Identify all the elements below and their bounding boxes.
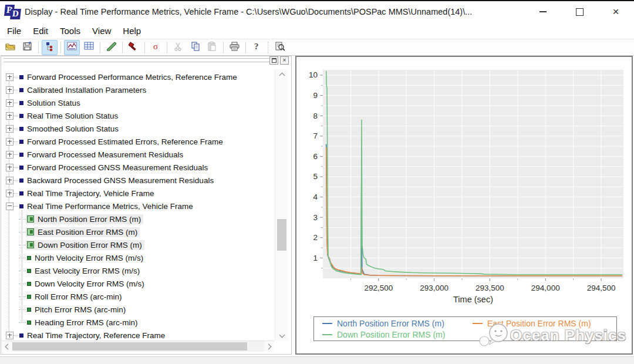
tree-view-button[interactable]	[42, 40, 58, 55]
x-axis-label: Time (sec)	[453, 295, 493, 304]
tree-item-east-position-error-rms-m[interactable]: East Position Error RMS (m)	[1, 225, 274, 238]
title-bar: PD Display - Real Time Performance Metri…	[0, 1, 634, 22]
group-bullet-icon	[19, 333, 23, 338]
vertical-scroll-thumb[interactable]	[277, 219, 286, 251]
pane-float-button[interactable]	[269, 56, 278, 65]
metrics-tree: Forward Processed Performance Metrics, R…	[1, 69, 274, 342]
tree-item-roll-error-rms-arc-min[interactable]: Roll Error RMS (arc-min)	[1, 290, 274, 303]
scroll-down-button[interactable]	[275, 331, 288, 341]
tree-item-real-time-solution-status[interactable]: Real Time Solution Status	[1, 109, 274, 122]
expand-plus-icon[interactable]	[6, 112, 14, 120]
tree-item-heading-error-rms-arc-min[interactable]: Heading Error RMS (arc-min)	[1, 316, 274, 329]
tree-item-forward-processed-estimated-errors-reference-frame[interactable]: Forward Processed Estimated Errors, Refe…	[1, 135, 274, 148]
y-tick-label: 8	[313, 112, 318, 120]
print-button[interactable]	[227, 40, 242, 55]
tree-connector	[14, 193, 18, 194]
tree-item-down-velocity-error-rms-m-s[interactable]: Down Velocity Error RMS (m/s)	[1, 277, 274, 290]
tree-item-smoothed-solution-status[interactable]: Smoothed Solution Status	[1, 122, 274, 135]
pane-drag-handle[interactable]	[4, 58, 272, 62]
legend-label: Down Position Error RMS (m)	[337, 330, 445, 339]
close-button[interactable]: ×	[598, 1, 634, 22]
tree-item-label: Real Time Performance Metrics, Vehicle F…	[27, 202, 193, 211]
tree-item-pitch-error-rms-arc-min[interactable]: Pitch Error RMS (arc-min)	[1, 303, 274, 316]
tree-item-down-position-error-rms-m[interactable]: Down Position Error RMS (m)	[1, 238, 274, 251]
main-area: × Forward Processed Performance Metrics,…	[0, 56, 634, 356]
toolbar-separator	[122, 42, 123, 53]
tree-item-real-time-performance-metrics-vehicle-frame[interactable]: Real Time Performance Metrics, Vehicle F…	[1, 200, 274, 213]
expand-plus-icon[interactable]	[6, 99, 14, 107]
highlight-button[interactable]	[126, 40, 141, 55]
menu-edit[interactable]: Edit	[27, 25, 54, 37]
expand-plus-icon[interactable]	[6, 125, 14, 133]
preview-icon	[275, 42, 285, 53]
tree-connector	[19, 322, 26, 323]
sigma-button[interactable]: σ	[148, 40, 164, 55]
toolbar: σ?	[0, 39, 634, 56]
tree-connector	[19, 284, 26, 284]
plot-background[interactable]	[323, 70, 623, 278]
open-button[interactable]	[2, 40, 18, 55]
expand-plus-icon[interactable]	[6, 190, 14, 197]
menu-help[interactable]: Help	[117, 25, 147, 37]
copy-button[interactable]	[187, 40, 203, 55]
tree-item-north-velocity-error-rms-m-s[interactable]: North Velocity Error RMS (m/s)	[1, 251, 274, 264]
time-series-plot[interactable]: 12345678910292,500293,000293,500294,0002…	[296, 57, 632, 353]
tree-connector	[14, 167, 18, 168]
maximize-button[interactable]	[561, 1, 598, 22]
y-tick-label: 6	[313, 152, 318, 161]
expand-plus-icon[interactable]	[6, 138, 14, 146]
tree-item-north-position-error-rms-m[interactable]: North Position Error RMS (m)	[1, 213, 274, 225]
save-button[interactable]	[19, 40, 35, 55]
scroll-right-button[interactable]	[264, 341, 274, 352]
help-button[interactable]: ?	[249, 40, 265, 55]
paste-button[interactable]	[204, 40, 220, 55]
menu-file[interactable]: File	[1, 25, 27, 37]
horizontal-scroll-thumb[interactable]	[12, 342, 247, 350]
tree-item-forward-processed-gnss-measurement-residuals[interactable]: Forward Processed GNSS Measurement Resid…	[1, 161, 274, 174]
tree-item-label: East Position Error RMS (m)	[38, 228, 137, 237]
app-icon: PD	[5, 5, 20, 19]
tree-connector	[14, 141, 18, 142]
sigma-icon: σ	[151, 42, 161, 53]
legend-label: East Position Error RMS (m)	[487, 319, 591, 328]
menu-tools[interactable]: Tools	[54, 25, 86, 37]
tree-item-real-time-trajectory-reference-frame[interactable]: Real Time Trajectory, Reference Frame	[1, 329, 274, 342]
cut-button[interactable]	[170, 40, 186, 55]
tree-item-real-time-trajectory-vehicle-frame[interactable]: Real Time Trajectory, Vehicle Frame	[1, 187, 274, 200]
tree-item-solution-status[interactable]: Solution Status	[1, 96, 274, 109]
tree-item-label: Real Time Trajectory, Reference Frame	[27, 331, 165, 340]
copy-icon	[191, 42, 200, 53]
legend-entry: North Position Error RMS (m)	[322, 318, 473, 329]
scroll-up-button[interactable]	[275, 69, 288, 79]
chevron-down-icon	[279, 332, 285, 338]
expand-plus-icon[interactable]	[6, 73, 14, 81]
tree-horizontal-scrollbar[interactable]	[2, 341, 274, 352]
pane-close-button[interactable]: ×	[280, 56, 289, 65]
tree-item-forward-processed-measurement-residuals[interactable]: Forward Processed Measurement Residuals	[1, 148, 274, 161]
minimize-button[interactable]	[525, 1, 561, 22]
tree-item-forward-processed-performance-metrics-reference-frame[interactable]: Forward Processed Performance Metrics, R…	[1, 70, 274, 83]
measure-icon	[107, 42, 116, 53]
tree-connector	[19, 271, 26, 271]
tree-item-east-velocity-error-rms-m-s[interactable]: East Velocity Error RMS (m/s)	[1, 264, 274, 277]
table-view-button[interactable]	[81, 40, 97, 55]
tree-connector	[19, 232, 26, 232]
menu-view[interactable]: View	[86, 25, 117, 37]
tree-view-icon	[45, 42, 55, 53]
tree-vertical-scrollbar[interactable]	[275, 69, 288, 341]
plot-view-button[interactable]	[64, 40, 80, 55]
legend-line-swatch	[322, 323, 332, 324]
tree-item-label: Forward Processed Measurement Residuals	[27, 150, 183, 159]
expand-plus-icon[interactable]	[6, 332, 14, 339]
expand-plus-icon[interactable]	[6, 177, 14, 184]
preview-button[interactable]	[272, 40, 288, 55]
measure-button[interactable]	[103, 40, 119, 55]
expand-plus-icon[interactable]	[6, 164, 14, 171]
tree-item-backward-processed-gnss-measurement-residuals[interactable]: Backward Processed GNSS Measurement Resi…	[1, 174, 274, 187]
expand-plus-icon[interactable]	[6, 151, 14, 159]
collapse-minus-icon[interactable]	[6, 203, 14, 210]
expand-plus-icon[interactable]	[6, 86, 14, 94]
scroll-left-button[interactable]	[2, 341, 12, 352]
tree-item-calibrated-installation-parameters[interactable]: Calibrated Installation Parameters	[1, 83, 274, 96]
chevron-up-icon	[279, 72, 285, 78]
